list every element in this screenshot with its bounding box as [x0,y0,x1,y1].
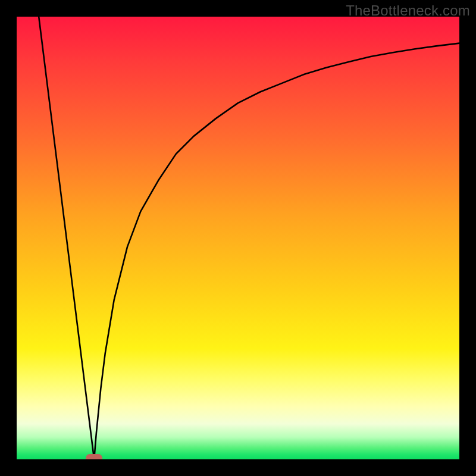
curve-right-branch [94,43,459,459]
curve-canvas [17,17,459,459]
watermark-text: TheBottleneck.com [346,2,470,19]
chart-frame: TheBottleneck.com [0,0,476,476]
curve-left-branch [39,17,94,459]
plot-area [17,17,459,459]
minimum-marker [86,454,102,459]
